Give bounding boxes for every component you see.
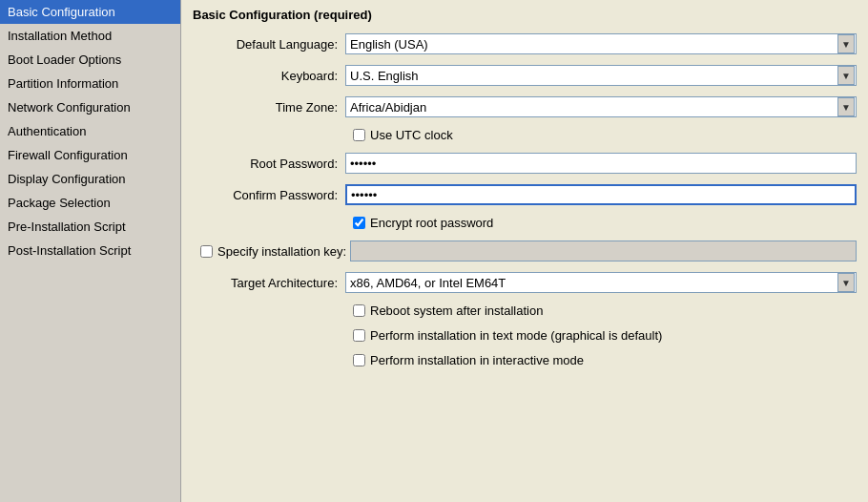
sidebar-item-boot-loader-options[interactable]: Boot Loader Options bbox=[0, 48, 180, 72]
root-password-row: Root Password: bbox=[193, 153, 857, 174]
install-key-row: Specify installation key: bbox=[193, 241, 857, 261]
timezone-select[interactable]: Africa/Abidjan America/New_York Europe/L… bbox=[345, 96, 857, 117]
encrypt-root-row: Encrypt root password bbox=[193, 216, 857, 230]
target-arch-row: Target Architecture: x86, AMD64, or Inte… bbox=[193, 272, 857, 293]
default-language-wrapper: English (USA) French German Spanish ▼ bbox=[345, 33, 857, 54]
timezone-wrapper: Africa/Abidjan America/New_York Europe/L… bbox=[345, 96, 857, 117]
sidebar-item-display-configuration[interactable]: Display Configuration bbox=[0, 167, 180, 191]
confirm-password-label: Confirm Password: bbox=[193, 188, 345, 202]
install-key-checkbox[interactable] bbox=[200, 245, 213, 258]
install-key-label: Specify installation key: bbox=[217, 244, 346, 259]
text-mode-label: Perform installation in text mode (graph… bbox=[370, 328, 662, 343]
text-mode-row: Perform installation in text mode (graph… bbox=[193, 328, 857, 343]
confirm-password-input[interactable] bbox=[345, 184, 857, 205]
keyboard-select[interactable]: U.S. English French German bbox=[345, 65, 857, 86]
default-language-select[interactable]: English (USA) French German Spanish bbox=[345, 33, 857, 54]
timezone-label: Time Zone: bbox=[193, 100, 345, 115]
interactive-mode-label: Perform installation in interactive mode bbox=[370, 353, 584, 367]
utc-clock-row: Use UTC clock bbox=[193, 128, 857, 142]
sidebar-item-network-configuration[interactable]: Network Configuration bbox=[0, 95, 180, 119]
sidebar-item-package-selection[interactable]: Package Selection bbox=[0, 191, 180, 215]
sidebar-item-authentication[interactable]: Authentication bbox=[0, 119, 180, 143]
reboot-label: Reboot system after installation bbox=[370, 303, 543, 318]
root-password-input[interactable] bbox=[345, 153, 857, 174]
interactive-mode-checkbox[interactable] bbox=[353, 354, 365, 366]
sidebar-item-basic-configuration[interactable]: Basic Configuration bbox=[0, 0, 180, 24]
sidebar-item-pre-installation-script[interactable]: Pre-Installation Script bbox=[0, 215, 180, 239]
default-language-row: Default Language: English (USA) French G… bbox=[193, 33, 857, 54]
utc-clock-label: Use UTC clock bbox=[370, 128, 453, 142]
confirm-password-row: Confirm Password: bbox=[193, 184, 857, 205]
text-mode-checkbox[interactable] bbox=[353, 329, 365, 342]
sidebar-item-post-installation-script[interactable]: Post-Installation Script bbox=[0, 239, 180, 262]
keyboard-wrapper: U.S. English French German ▼ bbox=[345, 65, 857, 86]
sidebar: Basic Configuration Installation Method … bbox=[0, 0, 181, 502]
reboot-row: Reboot system after installation bbox=[193, 303, 857, 318]
sidebar-item-partition-information[interactable]: Partition Information bbox=[0, 72, 180, 95]
keyboard-row: Keyboard: U.S. English French German ▼ bbox=[193, 65, 857, 86]
default-language-label: Default Language: bbox=[193, 37, 345, 52]
section-title: Basic Configuration (required) bbox=[193, 8, 857, 22]
target-arch-wrapper: x86, AMD64, or Intel EM64T x86 only AMD6… bbox=[345, 272, 857, 293]
utc-clock-checkbox[interactable] bbox=[353, 129, 365, 141]
sidebar-item-firewall-configuration[interactable]: Firewall Configuration bbox=[0, 143, 180, 167]
install-key-input[interactable] bbox=[350, 241, 857, 261]
encrypt-root-label: Encrypt root password bbox=[370, 216, 493, 230]
target-arch-label: Target Architecture: bbox=[193, 276, 345, 290]
main-content: Basic Configuration (required) Default L… bbox=[181, 0, 868, 502]
keyboard-label: Keyboard: bbox=[193, 69, 345, 83]
timezone-row: Time Zone: Africa/Abidjan America/New_Yo… bbox=[193, 96, 857, 117]
root-password-label: Root Password: bbox=[193, 157, 345, 171]
encrypt-root-checkbox[interactable] bbox=[353, 217, 365, 229]
reboot-checkbox[interactable] bbox=[353, 304, 365, 317]
interactive-mode-row: Perform installation in interactive mode bbox=[193, 353, 857, 367]
target-arch-select[interactable]: x86, AMD64, or Intel EM64T x86 only AMD6… bbox=[345, 272, 857, 293]
sidebar-item-installation-method[interactable]: Installation Method bbox=[0, 24, 180, 48]
